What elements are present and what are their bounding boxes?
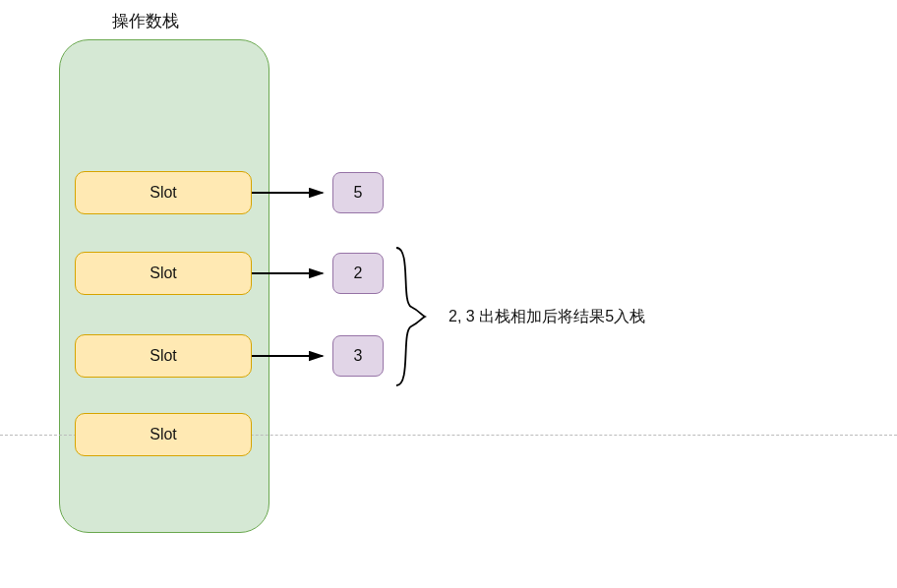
slot-label: Slot — [150, 426, 177, 443]
arrow-slot1-to-5 — [252, 183, 332, 203]
value-box-3: 3 — [332, 335, 384, 377]
value-box-5: 5 — [332, 172, 384, 213]
slot-label: Slot — [150, 347, 177, 365]
brace-annotation: 2, 3 出栈相加后将结果5入栈 — [448, 307, 645, 327]
slot-label: Slot — [150, 265, 177, 282]
slot-4: Slot — [75, 413, 252, 456]
slot-2: Slot — [75, 252, 252, 295]
slot-1: Slot — [75, 171, 252, 214]
slot-3: Slot — [75, 334, 252, 378]
value-text: 2 — [354, 265, 363, 282]
arrow-slot3-to-3 — [252, 346, 332, 366]
arrow-slot2-to-2 — [252, 264, 332, 283]
stack-title: 操作数栈 — [112, 10, 179, 32]
value-text: 3 — [354, 347, 363, 365]
slot-label: Slot — [150, 184, 177, 202]
diagram-canvas: 操作数栈 Slot Slot Slot Slot 5 2 3 — [0, 0, 897, 588]
brace-icon — [391, 248, 431, 385]
value-text: 5 — [354, 184, 363, 202]
value-box-2: 2 — [332, 253, 384, 294]
